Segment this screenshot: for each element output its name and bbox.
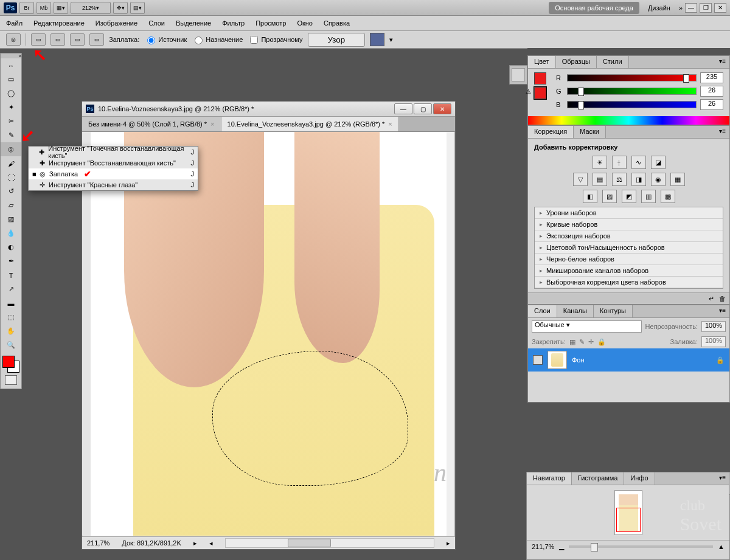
slider-b[interactable]	[567, 101, 697, 108]
window-min-icon[interactable]: —	[685, 3, 697, 13]
zoom-in-icon[interactable]: ▲	[718, 543, 725, 550]
adj-bw-icon[interactable]: ◨	[631, 173, 646, 186]
status-docsize[interactable]: Док: 891,2K/891,2K	[122, 539, 181, 547]
slider-g[interactable]	[567, 88, 697, 95]
view-extras-icon[interactable]: ▦▾	[54, 2, 68, 14]
horizontal-scrollbar[interactable]	[225, 538, 434, 548]
workspace-button[interactable]: Основная рабочая среда	[549, 2, 639, 14]
arrange-icon[interactable]: ▤▾	[130, 2, 145, 14]
3d-tool-icon[interactable]: ⬚	[1, 310, 21, 324]
preset-row[interactable]: ▸Черно-белое наборов	[535, 254, 723, 265]
move-tool-icon[interactable]: ↔	[1, 58, 21, 72]
nav-zoom-value[interactable]: 211,7%	[532, 543, 554, 550]
intersect-selection-icon[interactable]: ▭	[89, 33, 104, 46]
adj-threshold-icon[interactable]: ◩	[622, 190, 636, 203]
adj-curves-icon[interactable]: ∿	[631, 156, 646, 169]
adj-mixer-icon[interactable]: ▦	[670, 173, 685, 186]
pattern-button[interactable]: Узор	[308, 33, 366, 47]
radio-source[interactable]: Источник	[144, 35, 187, 44]
adj-invert-icon[interactable]: ◧	[583, 190, 597, 203]
lock-all-icon[interactable]: 🔒	[597, 338, 606, 346]
check-transparent[interactable]: Прозрачному	[248, 34, 302, 46]
pen-tool-icon[interactable]: ✒	[1, 254, 21, 268]
preset-row[interactable]: ▸Кривые наборов	[535, 219, 723, 230]
minibridge-icon[interactable]: Mb	[36, 2, 51, 14]
doc-tab-1[interactable]: Без имени-4 @ 50% (Слой 1, RGB/8) *×	[82, 117, 221, 131]
path-tool-icon[interactable]: ↗	[1, 282, 21, 296]
scroll-right-icon[interactable]: ▸	[447, 539, 450, 547]
tab-close-icon[interactable]: ×	[388, 120, 392, 128]
layer-visibility-icon[interactable]	[533, 355, 543, 365]
opacity-value[interactable]: 100%	[701, 321, 726, 332]
subtract-selection-icon[interactable]: ▭	[70, 33, 85, 46]
eraser-tool-icon[interactable]: ▱	[1, 198, 21, 212]
tab-histogram[interactable]: Гистограмма	[572, 472, 625, 485]
scroll-left-icon[interactable]: ◂	[209, 539, 213, 547]
hand-tool-icon[interactable]: ✋	[1, 324, 21, 338]
doc-close-icon[interactable]: ✕	[433, 103, 451, 114]
marquee-tool-icon[interactable]: ▭	[1, 72, 21, 86]
menu-edit[interactable]: Редактирование	[33, 19, 85, 27]
hue-ramp[interactable]	[528, 116, 729, 125]
hand-icon[interactable]: ✥▾	[113, 2, 128, 14]
canvas[interactable]: n	[91, 132, 447, 536]
navigator-thumbnail[interactable]	[614, 490, 642, 535]
tab-navigator[interactable]: Навигатор	[527, 472, 572, 485]
adj-clip-icon[interactable]: ↵	[709, 295, 714, 303]
menu-window[interactable]: Окно	[297, 19, 313, 27]
doc-min-icon[interactable]: —	[394, 103, 412, 114]
preset-row[interactable]: ▸Цветовой тон/Насыщенность наборов	[535, 242, 723, 254]
menu-help[interactable]: Справка	[324, 19, 350, 27]
window-restore-icon[interactable]: ❐	[700, 3, 712, 13]
blur-tool-icon[interactable]: 💧	[1, 226, 21, 240]
bridge-icon[interactable]: Br	[19, 2, 34, 14]
stamp-tool-icon[interactable]: ⛶	[1, 170, 21, 184]
design-workspace-button[interactable]: Дизайн	[642, 2, 676, 14]
doc-tab-2[interactable]: 10.Evelina_Voznesenskaya3.jpg @ 212% (RG…	[221, 117, 399, 131]
tab-adjustments[interactable]: Коррекция	[528, 126, 574, 138]
tab-paths[interactable]: Контуры	[594, 305, 633, 317]
layer-thumbnail[interactable]	[548, 351, 567, 369]
radio-destination[interactable]: Назначение	[192, 35, 243, 44]
toolbox-collapse-icon[interactable]: »	[1, 54, 21, 58]
tool-preset-icon[interactable]: ◎	[6, 33, 21, 46]
adj-photo-icon[interactable]: ◉	[651, 173, 666, 186]
lock-move-icon[interactable]: ✛	[588, 338, 594, 346]
menu-file[interactable]: Файл	[6, 19, 23, 27]
tab-info[interactable]: Инфо	[624, 472, 655, 485]
tab-channels[interactable]: Каналы	[557, 305, 594, 317]
zoom-out-icon[interactable]: ▁	[559, 542, 564, 550]
preset-row[interactable]: ▸Экспозиция наборов	[535, 230, 723, 242]
tab-close-icon[interactable]: ×	[210, 120, 214, 128]
pattern-swatch[interactable]	[370, 33, 384, 46]
tab-swatches[interactable]: Образцы	[556, 56, 597, 68]
color-fgbg-swatch[interactable]: ⚠	[534, 72, 550, 98]
flyout-redeye[interactable]: ✛Инструмент "Красные глаза"J	[29, 179, 198, 190]
panel-menu-icon[interactable]: ▾≡	[715, 126, 729, 138]
adj-brightness-icon[interactable]: ☀	[593, 156, 607, 169]
adj-vibrance-icon[interactable]: ▽	[573, 173, 588, 186]
panel-menu-icon[interactable]: ▾≡	[715, 56, 729, 68]
new-selection-icon[interactable]: ▭	[31, 33, 46, 46]
tab-masks[interactable]: Маски	[574, 126, 606, 138]
lock-pixels-icon[interactable]: ▦	[569, 338, 575, 346]
panel-icon[interactable]	[512, 68, 525, 81]
lasso-tool-icon[interactable]: ◯	[1, 86, 21, 100]
type-tool-icon[interactable]: T	[1, 268, 21, 282]
nav-zoom-slider[interactable]	[569, 545, 713, 548]
preset-row[interactable]: ▸Уровни наборов	[535, 207, 723, 219]
value-r[interactable]: 235	[700, 72, 723, 83]
value-g[interactable]: 26	[700, 86, 723, 97]
quickmask-icon[interactable]	[5, 375, 17, 385]
status-zoom[interactable]: 211,7%	[87, 539, 109, 547]
blend-mode-select[interactable]: Обычные ▾	[532, 320, 642, 333]
adj-levels-icon[interactable]: ⟊	[612, 156, 627, 169]
pattern-dropdown-icon[interactable]: ▾	[389, 36, 393, 44]
navigator-view-rect[interactable]	[616, 508, 641, 532]
value-b[interactable]: 26	[700, 99, 723, 110]
adj-gradmap-icon[interactable]: ▥	[641, 190, 656, 203]
document-titlebar[interactable]: Ps 10.Evelina-Voznesenskaya3.jpg @ 212% …	[82, 102, 455, 117]
tab-color[interactable]: Цвет	[528, 56, 556, 68]
menu-select[interactable]: Выделение	[176, 19, 211, 27]
menu-layer[interactable]: Слои	[148, 19, 165, 27]
